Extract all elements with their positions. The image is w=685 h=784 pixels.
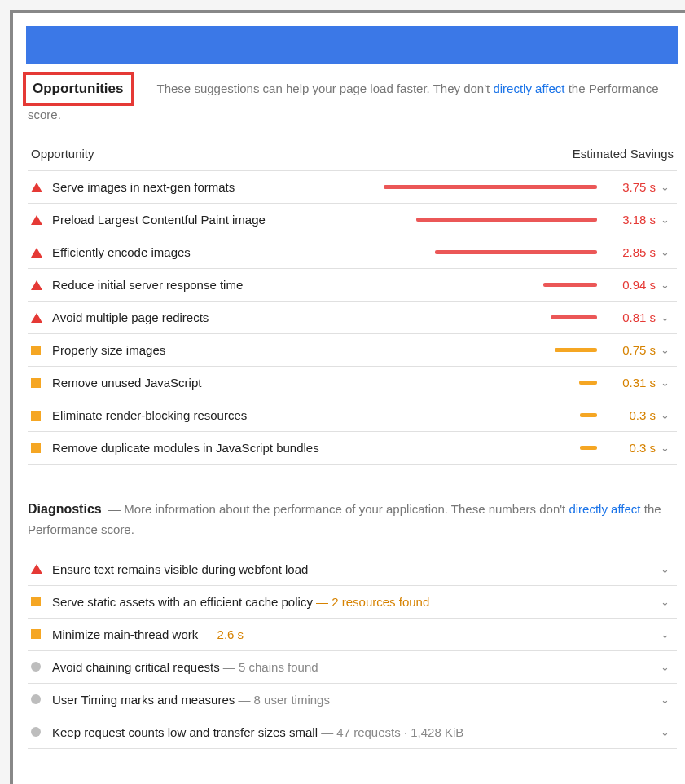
opportunity-label: Remove unused JavaScript <box>50 376 360 390</box>
savings-bar <box>579 381 597 385</box>
opportunity-icon-cell <box>31 248 50 258</box>
opportunity-bar-area <box>360 381 604 385</box>
opportunity-row[interactable]: Avoid multiple page redirects0.81 s⌄ <box>28 302 677 334</box>
info-circle-icon <box>31 727 41 737</box>
opportunities-desc-link[interactable]: directly affect <box>493 81 564 95</box>
diagnostic-row[interactable]: Minimize main-thread work — 2.6 s⌄ <box>28 619 677 651</box>
chevron-down-icon[interactable]: ⌄ <box>656 409 674 421</box>
diagnostic-row[interactable]: Avoid chaining critical requests — 5 cha… <box>28 651 677 684</box>
chevron-down-icon[interactable]: ⌄ <box>656 628 674 641</box>
diagnostic-icon-cell <box>31 694 50 704</box>
savings-bar <box>416 218 597 222</box>
opportunity-icon-cell <box>31 443 50 453</box>
opportunity-label: Eliminate render-blocking resources <box>50 408 360 422</box>
savings-bar <box>580 413 597 417</box>
opportunity-savings: 3.18 s <box>604 213 656 227</box>
chevron-down-icon[interactable]: ⌄ <box>656 344 674 356</box>
savings-bar <box>555 348 597 352</box>
warning-triangle-icon <box>31 215 42 225</box>
chevron-down-icon[interactable]: ⌄ <box>656 214 674 226</box>
warning-triangle-icon <box>31 248 42 258</box>
diagnostics-desc-link[interactable]: directly affect <box>569 502 640 516</box>
opportunity-bar-area <box>360 250 604 254</box>
diagnostic-extra: — 8 user timings <box>238 693 330 707</box>
opportunity-icon-cell <box>31 346 50 355</box>
opportunity-label: Avoid multiple page redirects <box>50 311 360 324</box>
opportunity-icon-cell <box>31 378 50 388</box>
opportunity-row[interactable]: Properly size images0.75 s⌄ <box>28 334 677 367</box>
opportunity-label: Efficiently encode images <box>50 245 360 259</box>
opportunity-row[interactable]: Serve images in next-gen formats3.75 s⌄ <box>28 170 677 204</box>
opportunity-savings: 2.85 s <box>604 245 656 259</box>
diagnostic-row[interactable]: Ensure text remains visible during webfo… <box>28 553 677 586</box>
diagnostic-label-text: Minimize main-thread work <box>52 628 198 641</box>
chevron-down-icon[interactable]: ⌄ <box>656 442 674 454</box>
content-area: Opportunities — These suggestions can he… <box>26 72 678 749</box>
warning-square-icon <box>31 346 41 355</box>
chevron-down-icon[interactable]: ⌄ <box>656 246 674 258</box>
opportunity-savings: 0.94 s <box>604 278 656 292</box>
chevron-down-icon[interactable]: ⌄ <box>656 661 674 673</box>
opportunities-title: Opportunities <box>33 81 123 96</box>
opportunities-column-headers: Opportunity Estimated Savings <box>28 147 677 169</box>
opportunity-savings: 0.3 s <box>604 408 656 422</box>
opportunity-icon-cell <box>31 411 50 421</box>
diagnostic-label-text: Keep request counts low and transfer siz… <box>52 725 318 739</box>
opportunity-savings: 3.75 s <box>604 180 656 194</box>
diagnostics-title: Diagnostics <box>28 502 102 516</box>
chevron-down-icon[interactable]: ⌄ <box>656 377 674 389</box>
opportunity-row[interactable]: Remove duplicate modules in JavaScript b… <box>28 432 677 465</box>
diagnostics-header: Diagnostics — More information about the… <box>28 499 677 540</box>
diagnostic-extra: — 2 resources found <box>316 595 429 609</box>
warning-square-icon <box>31 443 41 453</box>
opportunity-icon-cell <box>31 183 50 192</box>
opportunity-row[interactable]: Eliminate render-blocking resources0.3 s… <box>28 399 677 432</box>
diagnostic-label: Keep request counts low and transfer siz… <box>50 725 656 739</box>
diagnostic-label: Minimize main-thread work — 2.6 s <box>50 628 656 641</box>
diagnostic-label-text: Serve static assets with an efficient ca… <box>52 595 313 609</box>
warning-square-icon <box>31 411 41 421</box>
chevron-down-icon[interactable]: ⌄ <box>656 181 674 193</box>
diagnostic-icon-cell <box>31 662 50 672</box>
diagnostic-row[interactable]: User Timing marks and measures — 8 user … <box>28 684 677 716</box>
chevron-down-icon[interactable]: ⌄ <box>656 596 674 608</box>
savings-bar <box>435 250 597 254</box>
chevron-down-icon[interactable]: ⌄ <box>656 279 674 291</box>
opportunity-icon-cell <box>31 313 50 323</box>
diagnostic-row[interactable]: Serve static assets with an efficient ca… <box>28 586 677 619</box>
warning-triangle-icon <box>31 564 42 574</box>
chevron-down-icon[interactable]: ⌄ <box>656 726 674 738</box>
opportunity-label: Serve images in next-gen formats <box>50 180 360 194</box>
savings-bar <box>543 283 597 287</box>
diagnostic-label: User Timing marks and measures — 8 user … <box>50 693 656 707</box>
diagnostic-label: Serve static assets with an efficient ca… <box>50 595 656 609</box>
opportunities-header: Opportunities — These suggestions can he… <box>28 72 677 124</box>
warning-triangle-icon <box>31 183 42 192</box>
diagnostic-extra: — 47 requests · 1,428 KiB <box>321 725 463 739</box>
diagnostic-icon-cell <box>31 727 50 737</box>
opportunity-row[interactable]: Preload Largest Contentful Paint image3.… <box>28 204 677 236</box>
col-opportunity: Opportunity <box>31 147 94 161</box>
diagnostic-label-text: Ensure text remains visible during webfo… <box>52 562 308 576</box>
diagnostic-label-text: Avoid chaining critical requests <box>52 660 220 674</box>
opportunity-row[interactable]: Reduce initial server response time0.94 … <box>28 269 677 302</box>
col-savings: Estimated Savings <box>573 147 674 161</box>
info-circle-icon <box>31 694 41 704</box>
opportunity-row[interactable]: Remove unused JavaScript0.31 s⌄ <box>28 367 677 399</box>
diagnostics-list: Ensure text remains visible during webfo… <box>28 553 677 749</box>
savings-bar <box>551 315 597 319</box>
chevron-down-icon[interactable]: ⌄ <box>656 694 674 706</box>
opportunity-bar-area <box>360 446 604 450</box>
diagnostic-extra: — 5 chains found <box>223 660 318 674</box>
opportunity-savings: 0.31 s <box>604 376 656 390</box>
diagnostic-icon-cell <box>31 629 50 639</box>
opportunity-savings: 0.75 s <box>604 343 656 357</box>
opportunity-label: Remove duplicate modules in JavaScript b… <box>50 441 360 455</box>
chevron-down-icon[interactable]: ⌄ <box>656 563 674 575</box>
opportunities-list: Serve images in next-gen formats3.75 s⌄P… <box>28 170 677 465</box>
diagnostic-row[interactable]: Keep request counts low and transfer siz… <box>28 716 677 749</box>
savings-bar <box>580 446 597 450</box>
chevron-down-icon[interactable]: ⌄ <box>656 311 674 324</box>
opportunity-bar-area <box>360 348 604 352</box>
opportunity-row[interactable]: Efficiently encode images2.85 s⌄ <box>28 236 677 269</box>
